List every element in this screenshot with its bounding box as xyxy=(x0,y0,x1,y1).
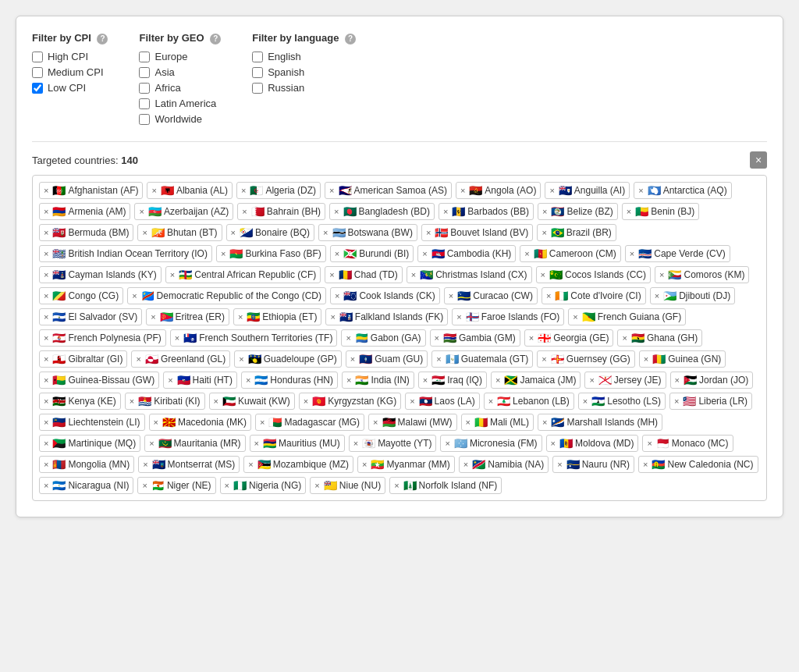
lang-english-checkbox[interactable] xyxy=(252,52,263,62)
remove-country-icon[interactable]: × xyxy=(456,312,461,322)
remove-country-icon[interactable]: × xyxy=(136,354,140,364)
remove-country-icon[interactable]: × xyxy=(143,460,147,469)
remove-country-icon[interactable]: × xyxy=(221,249,225,258)
remove-country-icon[interactable]: × xyxy=(330,312,335,322)
remove-country-icon[interactable]: × xyxy=(241,186,246,195)
remove-country-icon[interactable]: × xyxy=(335,291,339,300)
remove-country-icon[interactable]: × xyxy=(644,354,648,364)
remove-country-icon[interactable]: × xyxy=(151,186,156,195)
remove-country-icon[interactable]: × xyxy=(466,418,471,427)
remove-country-icon[interactable]: × xyxy=(627,207,631,216)
remove-country-icon[interactable]: × xyxy=(423,375,428,385)
lang-english-label[interactable]: English xyxy=(252,51,356,62)
remove-country-icon[interactable]: × xyxy=(44,333,48,343)
remove-country-icon[interactable]: × xyxy=(551,439,556,448)
remove-country-icon[interactable]: × xyxy=(44,186,48,195)
remove-country-icon[interactable]: × xyxy=(44,249,48,258)
remove-country-icon[interactable]: × xyxy=(154,418,158,427)
geo-africa-label[interactable]: Africa xyxy=(139,82,221,94)
remove-country-icon[interactable]: × xyxy=(314,481,319,490)
geo-asia-checkbox[interactable] xyxy=(139,67,150,78)
remove-country-icon[interactable]: × xyxy=(334,207,339,216)
remove-country-icon[interactable]: × xyxy=(542,228,546,237)
remove-country-icon[interactable]: × xyxy=(583,396,588,406)
remove-country-icon[interactable]: × xyxy=(549,186,554,195)
remove-country-icon[interactable]: × xyxy=(142,481,147,490)
remove-country-icon[interactable]: × xyxy=(411,270,416,279)
remove-country-icon[interactable]: × xyxy=(44,460,48,469)
remove-country-icon[interactable]: × xyxy=(142,228,147,237)
remove-country-icon[interactable]: × xyxy=(44,396,48,406)
remove-country-icon[interactable]: × xyxy=(304,396,308,406)
remove-country-icon[interactable]: × xyxy=(435,333,439,343)
remove-country-icon[interactable]: × xyxy=(151,312,155,322)
remove-country-icon[interactable]: × xyxy=(132,291,137,300)
remove-country-icon[interactable]: × xyxy=(573,312,577,322)
remove-country-icon[interactable]: × xyxy=(630,249,634,258)
cpi-high-checkbox[interactable] xyxy=(32,52,43,62)
remove-country-icon[interactable]: × xyxy=(655,291,659,300)
remove-country-icon[interactable]: × xyxy=(44,418,48,427)
geo-worldwide-label[interactable]: Worldwide xyxy=(139,113,221,125)
remove-country-icon[interactable]: × xyxy=(44,207,48,216)
remove-country-icon[interactable]: × xyxy=(495,375,500,385)
remove-country-icon[interactable]: × xyxy=(254,439,259,448)
geo-europe-checkbox[interactable] xyxy=(139,52,150,62)
geo-asia-label[interactable]: Asia xyxy=(139,66,221,78)
remove-country-icon[interactable]: × xyxy=(524,249,529,258)
remove-country-icon[interactable]: × xyxy=(436,354,441,364)
remove-country-icon[interactable]: × xyxy=(44,291,48,300)
remove-country-icon[interactable]: × xyxy=(589,375,594,385)
remove-country-icon[interactable]: × xyxy=(44,228,48,237)
remove-country-icon[interactable]: × xyxy=(353,439,358,448)
remove-country-icon[interactable]: × xyxy=(231,228,236,237)
remove-country-icon[interactable]: × xyxy=(44,439,48,448)
remove-country-icon[interactable]: × xyxy=(422,249,427,258)
remove-country-icon[interactable]: × xyxy=(675,375,680,385)
remove-country-icon[interactable]: × xyxy=(622,333,627,343)
remove-country-icon[interactable]: × xyxy=(410,396,414,406)
remove-country-icon[interactable]: × xyxy=(149,439,154,448)
remove-country-icon[interactable]: × xyxy=(546,291,551,300)
remove-country-icon[interactable]: × xyxy=(214,396,218,406)
remove-country-icon[interactable]: × xyxy=(529,333,534,343)
remove-country-icon[interactable]: × xyxy=(443,207,448,216)
remove-country-icon[interactable]: × xyxy=(638,186,643,195)
remove-country-icon[interactable]: × xyxy=(542,418,547,427)
remove-country-icon[interactable]: × xyxy=(647,439,652,448)
remove-country-icon[interactable]: × xyxy=(225,481,229,490)
remove-country-icon[interactable]: × xyxy=(175,333,179,343)
geo-latam-checkbox[interactable] xyxy=(139,98,150,109)
remove-country-icon[interactable]: × xyxy=(44,312,48,322)
remove-country-icon[interactable]: × xyxy=(541,270,545,279)
remove-country-icon[interactable]: × xyxy=(449,291,453,300)
remove-country-icon[interactable]: × xyxy=(335,249,339,258)
remove-country-icon[interactable]: × xyxy=(323,228,328,237)
geo-africa-checkbox[interactable] xyxy=(139,83,150,94)
remove-country-icon[interactable]: × xyxy=(248,460,253,469)
remove-country-icon[interactable]: × xyxy=(170,270,175,279)
remove-country-icon[interactable]: × xyxy=(488,396,493,406)
cpi-medium-checkbox[interactable] xyxy=(32,67,43,78)
remove-country-icon[interactable]: × xyxy=(130,396,134,406)
remove-country-icon[interactable]: × xyxy=(346,333,350,343)
cpi-high-label[interactable]: High CPI xyxy=(32,51,108,62)
cpi-low-checkbox[interactable] xyxy=(32,83,43,94)
lang-russian-label[interactable]: Russian xyxy=(252,82,356,94)
remove-country-icon[interactable]: × xyxy=(168,375,172,385)
remove-country-icon[interactable]: × xyxy=(659,270,664,279)
remove-country-icon[interactable]: × xyxy=(44,270,48,279)
geo-help-icon[interactable]: ? xyxy=(210,34,221,44)
remove-country-icon[interactable]: × xyxy=(329,186,334,195)
remove-country-icon[interactable]: × xyxy=(44,481,48,490)
remove-country-icon[interactable]: × xyxy=(238,312,243,322)
remove-country-icon[interactable]: × xyxy=(139,207,144,216)
remove-country-icon[interactable]: × xyxy=(44,354,48,364)
geo-worldwide-checkbox[interactable] xyxy=(139,114,150,125)
remove-country-icon[interactable]: × xyxy=(373,418,378,427)
remove-country-icon[interactable]: × xyxy=(362,460,367,469)
remove-country-icon[interactable]: × xyxy=(463,460,468,469)
cpi-low-label[interactable]: Low CPI xyxy=(32,82,108,94)
remove-country-icon[interactable]: × xyxy=(394,481,399,490)
geo-europe-label[interactable]: Europe xyxy=(139,51,221,62)
